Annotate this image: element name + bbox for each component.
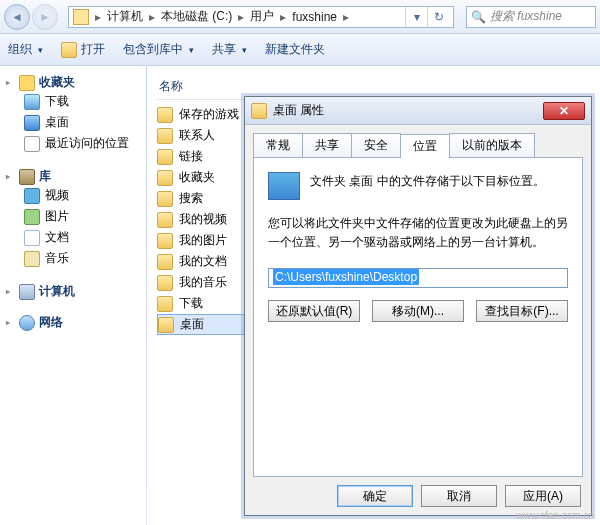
chevron-right-icon: ▸ <box>278 10 288 24</box>
star-icon <box>19 75 35 91</box>
ok-button[interactable]: 确定 <box>337 485 413 507</box>
sidebar-item-pictures[interactable]: 图片 <box>6 206 140 227</box>
move-button[interactable]: 移动(M)... <box>372 300 464 322</box>
toolbar-share[interactable]: 共享 <box>212 41 247 58</box>
restore-default-button[interactable]: 还原默认值(R) <box>268 300 360 322</box>
sidebar-item-videos[interactable]: 视频 <box>6 185 140 206</box>
properties-dialog: 桌面 属性 ✕ 常规 共享 安全 位置 以前的版本 文件夹 桌面 中的文件存储于… <box>244 96 592 516</box>
sidebar-libraries[interactable]: ▸库 <box>6 168 140 185</box>
crumb-users[interactable]: 用户 <box>246 8 278 25</box>
sidebar-item-downloads[interactable]: 下载 <box>6 91 140 112</box>
chevron-right-icon: ▸ <box>93 10 103 24</box>
video-icon <box>24 188 40 204</box>
sidebar: ▸收藏夹 下载 桌面 最近访问的位置 ▸库 视频 图片 文档 音乐 ▸计算机 ▸… <box>0 66 146 525</box>
dropdown-icon[interactable]: ▾ <box>405 7 427 27</box>
open-icon <box>61 42 77 58</box>
find-target-button[interactable]: 查找目标(F)... <box>476 300 568 322</box>
folder-icon <box>157 254 173 270</box>
folder-icon <box>157 170 173 186</box>
location-path-input[interactable]: C:\Users\fuxshine\Desktop <box>268 268 568 288</box>
location-description-1: 文件夹 桌面 中的文件存储于以下目标位置。 <box>310 172 545 191</box>
sidebar-item-recent[interactable]: 最近访问的位置 <box>6 133 140 154</box>
sidebar-item-desktop[interactable]: 桌面 <box>6 112 140 133</box>
tab-previous[interactable]: 以前的版本 <box>449 133 535 157</box>
watermark: www.cfan.com.cn <box>516 510 594 521</box>
close-button[interactable]: ✕ <box>543 102 585 120</box>
tab-general[interactable]: 常规 <box>253 133 303 157</box>
tab-panel-location: 文件夹 桌面 中的文件存储于以下目标位置。 您可以将此文件夹中文件存储的位置更改… <box>253 157 583 477</box>
download-icon <box>24 94 40 110</box>
folder-icon <box>73 9 89 25</box>
sidebar-network[interactable]: ▸网络 <box>6 314 140 331</box>
forward-button[interactable]: ► <box>32 4 58 30</box>
folder-icon <box>158 317 174 333</box>
toolbar-organize[interactable]: 组织 <box>8 41 43 58</box>
desktop-icon <box>24 115 40 131</box>
tab-sharing[interactable]: 共享 <box>302 133 352 157</box>
folder-icon <box>157 107 173 123</box>
tab-location[interactable]: 位置 <box>400 134 450 158</box>
crumb-computer[interactable]: 计算机 <box>103 8 147 25</box>
chevron-right-icon: ▸ <box>341 10 351 24</box>
sidebar-item-documents[interactable]: 文档 <box>6 227 140 248</box>
computer-icon <box>19 284 35 300</box>
apply-button[interactable]: 应用(A) <box>505 485 581 507</box>
recent-icon <box>24 136 40 152</box>
collapse-icon: ▸ <box>6 172 15 181</box>
back-button[interactable]: ◄ <box>4 4 30 30</box>
search-placeholder: 搜索 fuxshine <box>490 8 562 25</box>
library-icon <box>19 169 35 185</box>
folder-icon <box>157 233 173 249</box>
crumb-fuxshine[interactable]: fuxshine <box>288 10 341 24</box>
address-bar: ◄ ► ▸ 计算机 ▸ 本地磁盘 (C:) ▸ 用户 ▸ fuxshine ▸ … <box>0 0 600 34</box>
folder-icon <box>157 191 173 207</box>
document-icon <box>24 230 40 246</box>
folder-icon <box>251 103 267 119</box>
chevron-right-icon: ▸ <box>236 10 246 24</box>
music-icon <box>24 251 40 267</box>
cancel-button[interactable]: 取消 <box>421 485 497 507</box>
folder-icon <box>157 212 173 228</box>
sidebar-favorites[interactable]: ▸收藏夹 <box>6 74 140 91</box>
crumb-drive-c[interactable]: 本地磁盘 (C:) <box>157 8 236 25</box>
sidebar-computer[interactable]: ▸计算机 <box>6 283 140 300</box>
toolbar-open[interactable]: 打开 <box>61 41 105 58</box>
folder-icon <box>157 296 173 312</box>
folder-icon <box>157 275 173 291</box>
search-icon: 🔍 <box>471 10 486 24</box>
location-description-2: 您可以将此文件夹中文件存储的位置更改为此硬盘上的另一个位置、另一个驱动器或网络上… <box>268 214 568 252</box>
dialog-title: 桌面 属性 <box>273 102 324 119</box>
tab-security[interactable]: 安全 <box>351 133 401 157</box>
folder-icon <box>157 149 173 165</box>
toolbar-newfolder[interactable]: 新建文件夹 <box>265 41 325 58</box>
refresh-icon[interactable]: ↻ <box>427 7 449 27</box>
breadcrumb[interactable]: ▸ 计算机 ▸ 本地磁盘 (C:) ▸ 用户 ▸ fuxshine ▸ ▾ ↻ <box>68 6 454 28</box>
collapse-icon: ▸ <box>6 287 15 296</box>
collapse-icon: ▸ <box>6 318 15 327</box>
folder-icon <box>157 128 173 144</box>
tab-strip: 常规 共享 安全 位置 以前的版本 <box>245 125 591 157</box>
network-icon <box>19 315 35 331</box>
chevron-right-icon: ▸ <box>147 10 157 24</box>
toolbar-include[interactable]: 包含到库中 <box>123 41 194 58</box>
picture-icon <box>24 209 40 225</box>
desktop-icon <box>268 172 300 200</box>
sidebar-item-music[interactable]: 音乐 <box>6 248 140 269</box>
search-input[interactable]: 🔍 搜索 fuxshine <box>466 6 596 28</box>
toolbar: 组织 打开 包含到库中 共享 新建文件夹 <box>0 34 600 66</box>
dialog-titlebar[interactable]: 桌面 属性 ✕ <box>245 97 591 125</box>
collapse-icon: ▸ <box>6 78 15 87</box>
